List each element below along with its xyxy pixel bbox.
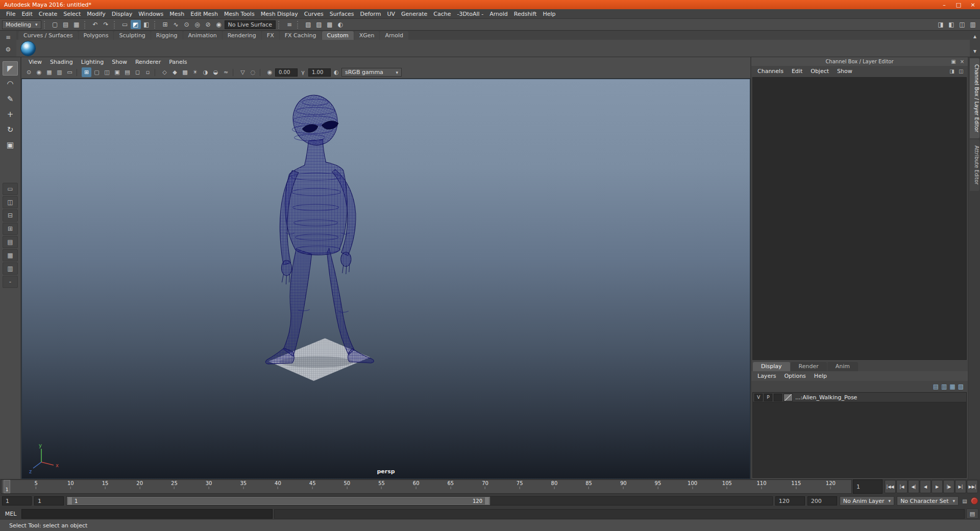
range-slider-trough[interactable]: 1 120 — [66, 496, 773, 505]
toolbar-grip[interactable] — [297, 21, 301, 29]
menu-mesh[interactable]: Mesh — [166, 10, 187, 18]
toggle-attribute-editor-icon[interactable]: ◧ — [946, 20, 957, 29]
shelf-tab-curves-surfaces[interactable]: Curves / Surfaces — [18, 31, 78, 40]
safe-action-icon[interactable]: ◻ — [133, 67, 142, 77]
snap-projected-center-icon[interactable]: ◎ — [192, 20, 203, 29]
exposure-icon[interactable]: ◉ — [265, 67, 275, 77]
select-tool-icon[interactable]: ◤ — [3, 61, 18, 76]
layer-tab-display[interactable]: Display — [753, 362, 790, 371]
menu-display[interactable]: Display — [109, 10, 136, 18]
range-end-handle[interactable] — [484, 497, 489, 504]
step-back-frame-button[interactable]: ◀| — [908, 480, 919, 493]
close-button[interactable]: × — [966, 0, 980, 9]
construction-history-icon[interactable]: ≡ — [284, 20, 295, 29]
layer-color-swatch[interactable] — [783, 394, 793, 401]
menu-mesh-display[interactable]: Mesh Display — [258, 10, 301, 18]
snap-curve-icon[interactable]: ∿ — [171, 20, 181, 29]
menu-modify[interactable]: Modify — [84, 10, 108, 18]
side-tab-attribute-editor[interactable]: Attribute Editor — [970, 139, 979, 191]
popout-panel-icon[interactable]: ▣ — [950, 59, 957, 64]
layout-minus-button[interactable]: - — [3, 276, 18, 288]
gate-mask-icon[interactable]: ▣ — [112, 67, 122, 77]
shelf-tab-custom[interactable]: Custom — [322, 31, 354, 40]
render-settings-icon[interactable]: ◐ — [335, 20, 346, 29]
layer-visibility-toggle[interactable]: V — [754, 394, 763, 401]
new-empty-layer-icon[interactable]: ▦ — [949, 383, 955, 390]
layout-single-pane-button[interactable]: ▭ — [3, 183, 18, 195]
animation-end-field[interactable]: 200 — [807, 496, 837, 505]
play-forward-button[interactable]: ▶ — [932, 480, 943, 493]
animation-start-field[interactable]: 1 — [2, 496, 32, 505]
command-line-language-toggle[interactable]: MEL — [2, 511, 20, 517]
shelf-tab-sculpting[interactable]: Sculpting — [114, 31, 150, 40]
move-layer-down-icon[interactable]: ▥ — [941, 383, 947, 390]
toolbar-grip[interactable] — [154, 21, 158, 29]
new-layer-from-selected-icon[interactable]: ▧ — [958, 383, 964, 390]
layout-four-pane-button[interactable]: ⊞ — [3, 223, 18, 235]
color-space-selector[interactable]: sRGB gamma ▾ — [341, 68, 402, 77]
toggle-modeling-toolkit-icon[interactable]: ◨ — [936, 20, 946, 29]
paint-selection-tool-icon[interactable]: ✎ — [3, 92, 18, 106]
layout-hypershade-button[interactable]: ▦ — [3, 249, 18, 261]
shelf-custom-item-icon[interactable] — [20, 41, 36, 56]
channelbox-menu-object[interactable]: Object — [806, 67, 833, 76]
channel-list-area[interactable] — [752, 77, 967, 360]
step-forward-frame-button[interactable]: |▶ — [943, 480, 954, 493]
menu-edit-mesh[interactable]: Edit Mesh — [187, 10, 221, 18]
channel-speed-icon[interactable]: ◫ — [958, 68, 965, 74]
shaded-mode-icon[interactable]: ◆ — [170, 67, 180, 77]
menu-uv[interactable]: UV — [384, 10, 398, 18]
menu-surfaces[interactable]: Surfaces — [327, 10, 357, 18]
toolbar-grip[interactable] — [278, 21, 282, 29]
move-tool-icon[interactable]: + — [3, 107, 18, 122]
layer-menu-options[interactable]: Options — [780, 372, 810, 380]
menu-create[interactable]: Create — [36, 10, 61, 18]
panel-menu-shading[interactable]: Shading — [46, 58, 77, 66]
shelf-tab-polygons[interactable]: Polygons — [79, 31, 114, 40]
menu-redshift[interactable]: Redshift — [511, 10, 540, 18]
image-plane-icon[interactable]: ▭ — [65, 67, 75, 77]
anim-layer-icon[interactable]: ▤ — [961, 498, 968, 504]
gamma-field[interactable]: 1.00 — [308, 68, 331, 77]
resolution-gate-icon[interactable]: ◫ — [102, 67, 112, 77]
range-slider-block[interactable]: 1 120 — [67, 497, 490, 505]
character-set-selector[interactable]: No Character Set ▾ — [897, 496, 959, 505]
move-layer-up-icon[interactable]: ▤ — [933, 383, 939, 390]
camera-name-label[interactable]: persp — [377, 468, 395, 475]
maximize-button[interactable]: □ — [951, 0, 966, 9]
playback-end-field[interactable]: 120 — [775, 496, 805, 505]
toolbar-grip[interactable] — [114, 21, 117, 29]
panel-menu-renderer[interactable]: Renderer — [131, 58, 165, 66]
channel-manipulator-icon[interactable]: ◨ — [948, 68, 955, 74]
wireframe-mode-icon[interactable]: ◇ — [160, 67, 169, 77]
menu-cache[interactable]: Cache — [430, 10, 454, 18]
gamma-icon[interactable]: γ — [298, 67, 308, 77]
channelbox-menu-channels[interactable]: Channels — [753, 67, 788, 76]
shelf-tab-animation[interactable]: Animation — [183, 31, 222, 40]
layer-name[interactable]: ...:Alien_Walking_Pose — [794, 394, 857, 401]
layout-persp-outliner-button[interactable]: ▥ — [3, 262, 18, 275]
step-back-key-button[interactable]: |◀ — [896, 480, 908, 493]
menu-help[interactable]: Help — [540, 10, 558, 18]
layer-menu-layers[interactable]: Layers — [753, 372, 780, 380]
menu-windows[interactable]: Windows — [135, 10, 166, 18]
open-scene-icon[interactable]: ▤ — [61, 20, 71, 29]
isolate-select-icon[interactable]: ◌ — [248, 67, 258, 77]
layer-tab-render[interactable]: Render — [791, 362, 827, 371]
goto-end-button[interactable]: ▶▶| — [967, 480, 978, 493]
layer-playback-toggle[interactable]: P — [764, 394, 772, 401]
camera-attributes-icon[interactable]: ▦ — [44, 67, 54, 77]
playback-start-field[interactable]: 1 — [34, 496, 64, 505]
scale-tool-icon[interactable]: ▣ — [3, 138, 18, 152]
shelf-tab-rigging[interactable]: Rigging — [151, 31, 183, 40]
lasso-tool-icon[interactable]: ◠ — [3, 77, 18, 91]
time-slider[interactable]: 5101520253035404550556065707580859095100… — [1, 479, 852, 494]
xray-icon[interactable]: ▽ — [238, 67, 248, 77]
select-component-icon[interactable]: ◧ — [141, 20, 152, 29]
rotate-tool-icon[interactable]: ↻ — [3, 123, 18, 137]
layer-tab-anim[interactable]: Anim — [827, 362, 858, 371]
shadows-mode-icon[interactable]: ◑ — [201, 67, 210, 77]
make-live-icon[interactable]: ◉ — [214, 20, 224, 29]
command-input-field[interactable] — [21, 509, 273, 519]
render-current-frame-icon[interactable]: ▨ — [314, 20, 324, 29]
